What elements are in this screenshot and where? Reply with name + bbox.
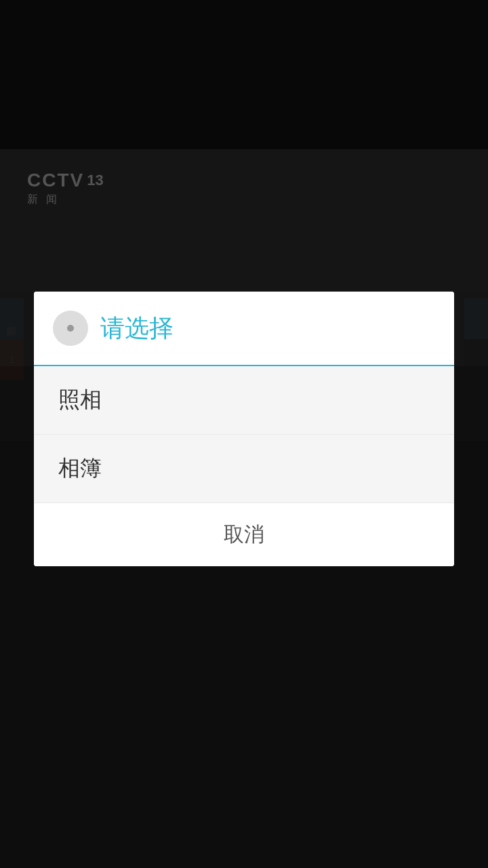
option-camera[interactable]: 照相 bbox=[34, 366, 454, 435]
option-album[interactable]: 相簿 bbox=[34, 435, 454, 503]
screen: CCTV 13 新 闻 新闻 1 大标 小标 跑马 北京 bbox=[0, 0, 488, 868]
dialog: 请选择 照相 相簿 取消 bbox=[34, 292, 454, 566]
icon-dot bbox=[67, 325, 74, 332]
info-icon bbox=[53, 311, 88, 346]
cancel-button[interactable]: 取消 bbox=[34, 503, 454, 566]
dialog-header: 请选择 bbox=[34, 292, 454, 366]
dialog-title: 请选择 bbox=[100, 312, 174, 345]
